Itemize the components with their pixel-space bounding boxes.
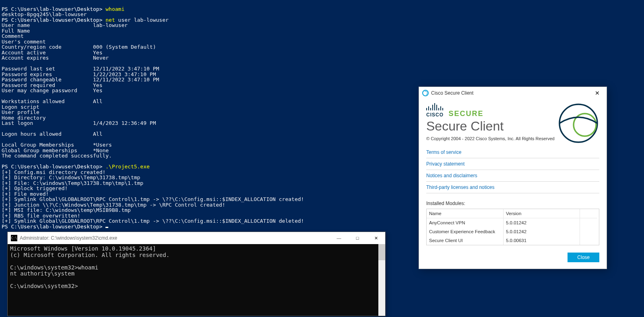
- cmd-output: Microsoft Windows [Version 10.0.19045.23…: [10, 245, 169, 289]
- cmd-scrollbar[interactable]: [378, 244, 385, 316]
- cisco-link[interactable]: Privacy statement: [426, 158, 599, 170]
- module-name: Secure Client UI: [427, 236, 503, 245]
- cisco-title: Cisco Secure Client: [431, 90, 588, 96]
- cisco-title-icon: [422, 90, 429, 96]
- ps-exploit-output: [+] Config.msi directory created! [+] Di…: [2, 169, 304, 224]
- cisco-link[interactable]: Terms of service: [426, 147, 599, 158]
- ps-command-whoami: whoami: [105, 6, 124, 12]
- cisco-links: Terms of servicePrivacy statementNotices…: [426, 147, 599, 193]
- ps-command-project5: .\Project5.exe: [105, 164, 150, 170]
- globe-icon: [558, 103, 599, 143]
- header-version: Version: [503, 209, 580, 218]
- row-spacer: [580, 227, 597, 236]
- cisco-secure-text: SECURE: [448, 110, 483, 118]
- close-button[interactable]: ✕: [367, 232, 385, 244]
- svg-point-0: [559, 104, 597, 142]
- table-row[interactable]: Secure Client UI5.0.00631: [427, 236, 599, 245]
- cmd-scrollthumb[interactable]: [378, 244, 385, 260]
- table-header: Name Version: [427, 209, 599, 218]
- cmd-body[interactable]: Microsoft Windows [Version 10.0.19045.23…: [8, 244, 385, 316]
- cisco-logo-text: CISCO: [426, 112, 444, 118]
- cisco-modules-table: Name Version AnyConnect VPN5.0.01242Cust…: [426, 209, 599, 245]
- module-version: 5.0.01242: [503, 218, 580, 227]
- header-name: Name: [427, 209, 503, 218]
- header-spacer: [580, 209, 597, 218]
- cisco-close-x[interactable]: ✕: [588, 87, 607, 99]
- table-row[interactable]: AnyConnect VPN5.0.01242: [427, 218, 599, 227]
- cmd-icon: C:\: [11, 235, 17, 241]
- maximize-button[interactable]: □: [348, 232, 367, 244]
- ps-netuser-output: User name lab-lowuser Full Name Comment …: [2, 22, 159, 159]
- cmd-titlebar[interactable]: C:\ Administrator: C:\windows\system32\c…: [8, 232, 385, 244]
- module-name: AnyConnect VPN: [427, 218, 503, 227]
- cisco-link[interactable]: Third-party licenses and notices: [426, 182, 599, 193]
- cisco-modules-title: Installed Modules:: [426, 201, 599, 206]
- ps-prompt: PS C:\Users\lab-lowuser\Desktop>: [2, 224, 105, 230]
- ps-cursor: [105, 227, 108, 228]
- module-version: 5.0.00631: [503, 236, 580, 245]
- cisco-footer: Close: [426, 253, 599, 262]
- module-name: Customer Experience Feedback: [427, 227, 503, 236]
- cmd-title: Administrator: C:\windows\system32\cmd.e…: [20, 235, 330, 241]
- cisco-link[interactable]: Notices and disclaimers: [426, 170, 599, 182]
- cisco-dialog[interactable]: Cisco Secure Client ✕ CISCO SECURE Secur…: [419, 87, 607, 269]
- minimize-button[interactable]: —: [330, 232, 348, 244]
- table-row[interactable]: Customer Experience Feedback5.0.01242: [427, 227, 599, 236]
- cisco-content: CISCO SECURE Secure Client © Copyright 2…: [419, 99, 607, 269]
- row-spacer: [580, 218, 597, 227]
- cisco-titlebar[interactable]: Cisco Secure Client ✕: [419, 87, 607, 99]
- cmd-window[interactable]: C:\ Administrator: C:\windows\system32\c…: [7, 232, 386, 316]
- module-version: 5.0.01242: [503, 227, 580, 236]
- row-spacer: [580, 236, 597, 245]
- cisco-close-button[interactable]: Close: [568, 253, 599, 262]
